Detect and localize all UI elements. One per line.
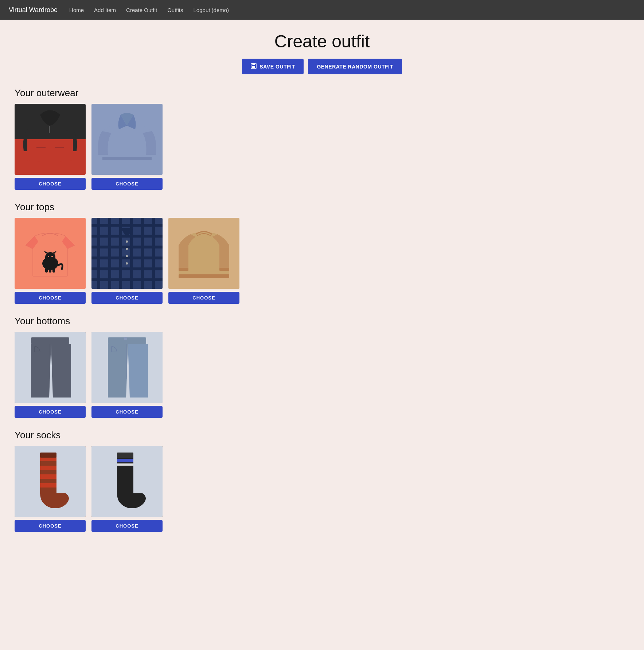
outerwear-items: CHOOSE <box>15 104 629 190</box>
list-item: CHOOSE <box>91 104 163 190</box>
list-item: CHOOSE <box>168 218 239 304</box>
svg-rect-38 <box>179 274 229 278</box>
svg-rect-42 <box>31 337 69 344</box>
svg-point-35 <box>126 255 128 257</box>
svg-rect-52 <box>40 483 56 488</box>
svg-rect-56 <box>117 463 133 466</box>
outerwear-title: Your outerwear <box>15 87 629 99</box>
svg-point-34 <box>126 248 128 250</box>
svg-rect-40 <box>219 268 229 271</box>
svg-rect-47 <box>124 337 127 340</box>
svg-rect-50 <box>40 466 56 470</box>
choose-button-ow2[interactable]: CHOOSE <box>91 178 163 190</box>
choose-button-bot2[interactable]: CHOOSE <box>91 406 163 418</box>
socks-section: Your socks <box>15 430 629 532</box>
bottoms-section: Your bottoms <box>15 316 629 418</box>
bottoms-items: CHOOSE <box>15 332 629 418</box>
choose-button-top1[interactable]: CHOOSE <box>15 292 86 304</box>
list-item: CHOOSE <box>15 218 86 304</box>
save-outfit-label: SAVE OUTFIT <box>259 64 295 70</box>
svg-point-16 <box>51 256 53 257</box>
svg-rect-39 <box>179 268 188 271</box>
svg-point-33 <box>126 240 128 243</box>
svg-point-12 <box>45 252 55 262</box>
tops-items: CHOOSE <box>15 218 629 304</box>
svg-rect-57 <box>117 453 133 458</box>
svg-rect-3 <box>253 64 253 65</box>
page-title: Create outfit <box>15 31 629 51</box>
socks-image-2 <box>91 446 163 517</box>
navbar: Virtual Wardrobe Home Add Item Create Ou… <box>0 0 644 20</box>
outerwear-section: Your outerwear <box>15 87 629 190</box>
outerwear-image-2 <box>91 104 163 175</box>
nav-create-outfit[interactable]: Create Outfit <box>126 7 157 13</box>
list-item: CHOOSE <box>91 332 163 418</box>
outerwear-image-1 <box>15 104 86 175</box>
svg-point-15 <box>48 256 49 257</box>
socks-image-1 <box>15 446 86 517</box>
brand-logo: Virtual Wardrobe <box>9 6 58 14</box>
nav-home[interactable]: Home <box>69 7 84 13</box>
nav-add-item[interactable]: Add Item <box>94 7 116 13</box>
tops-title: Your tops <box>15 201 629 213</box>
list-item: CHOOSE <box>15 332 86 418</box>
tops-image-1 <box>15 218 86 289</box>
svg-point-36 <box>126 262 128 265</box>
tops-image-3 <box>168 218 239 289</box>
svg-rect-53 <box>40 453 56 458</box>
random-outfit-label: GENERATE RANDOM OUTFIT <box>317 64 393 70</box>
choose-button-sock1[interactable]: CHOOSE <box>15 520 86 532</box>
main-content: Create outfit SAVE OUTFIT GENERATE RANDO… <box>0 20 644 565</box>
list-item: CHOOSE <box>15 104 86 190</box>
random-outfit-button[interactable]: GENERATE RANDOM OUTFIT <box>308 59 402 74</box>
svg-rect-9 <box>102 157 152 160</box>
list-item: CHOOSE <box>15 446 86 532</box>
nav-links: Home Add Item Create Outfit Outfits Logo… <box>69 7 229 13</box>
bottoms-image-2 <box>91 332 163 403</box>
disk-icon <box>251 63 257 70</box>
nav-logout[interactable]: Logout (demo) <box>194 7 229 13</box>
bottoms-title: Your bottoms <box>15 316 629 327</box>
socks-title: Your socks <box>15 430 629 441</box>
list-item: CHOOSE <box>91 446 163 532</box>
tops-image-2 <box>91 218 163 289</box>
svg-rect-19 <box>52 268 55 273</box>
svg-rect-2 <box>252 66 255 68</box>
choose-button-sock2[interactable]: CHOOSE <box>91 520 163 532</box>
bottoms-image-1 <box>15 332 86 403</box>
tops-section: Your tops <box>15 201 629 304</box>
choose-button-bot1[interactable]: CHOOSE <box>15 406 86 418</box>
nav-outfits[interactable]: Outfits <box>167 7 183 13</box>
choose-button-top3[interactable]: CHOOSE <box>168 292 239 304</box>
svg-rect-55 <box>117 459 133 462</box>
choose-button-ow1[interactable]: CHOOSE <box>15 178 86 190</box>
save-outfit-button[interactable]: SAVE OUTFIT <box>242 59 304 74</box>
action-buttons: SAVE OUTFIT GENERATE RANDOM OUTFIT <box>15 59 629 74</box>
list-item: CHOOSE <box>91 218 163 304</box>
svg-rect-51 <box>40 474 56 479</box>
svg-rect-18 <box>49 268 51 273</box>
socks-items: CHOOSE CHOOSE <box>15 446 629 532</box>
svg-rect-17 <box>45 268 48 273</box>
choose-button-top2[interactable]: CHOOSE <box>91 292 163 304</box>
